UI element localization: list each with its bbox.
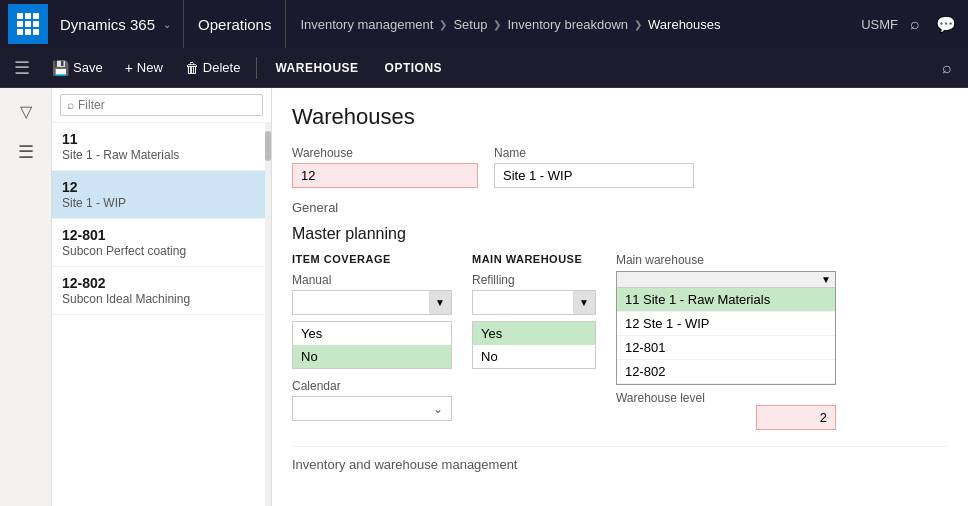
warehouse-label: Warehouse	[292, 146, 478, 160]
list-item-name: Subcon Ideal Machining	[62, 292, 261, 306]
list-item[interactable]: 11 Site 1 - Raw Materials	[52, 123, 271, 171]
page-title: Warehouses	[292, 104, 948, 130]
breadcrumb-sep-1: ❯	[493, 19, 501, 30]
breadcrumb-item-0[interactable]: Inventory management	[300, 17, 433, 32]
plus-icon: +	[125, 60, 133, 76]
breadcrumb-sep-2: ❯	[634, 19, 642, 30]
list-item-id: 11	[62, 131, 261, 147]
manual-yes-option[interactable]: Yes	[293, 322, 451, 345]
list-item-id: 12-802	[62, 275, 261, 291]
tab-warehouse[interactable]: WAREHOUSE	[263, 57, 370, 79]
breadcrumb-item-2[interactable]: Inventory breakdown	[507, 17, 628, 32]
warehouse-level-input[interactable]	[756, 405, 836, 430]
refilling-dropdown[interactable]: ▼	[472, 290, 596, 315]
filter-area: ⌕	[52, 88, 271, 123]
inventory-management-section: Inventory and warehouse management	[292, 446, 948, 472]
warehouse-dropdown: ▼ 11 Site 1 - Raw Materials 12 Ste 1 - W…	[616, 271, 836, 385]
new-button[interactable]: + New	[115, 56, 173, 80]
delete-button[interactable]: 🗑 Delete	[175, 56, 251, 80]
main-warehouse-label: MAIN WAREHOUSE	[472, 253, 596, 265]
refilling-yes-no-list: Yes No	[472, 321, 596, 369]
filter-input[interactable]	[78, 98, 256, 112]
master-planning-heading: Master planning	[292, 225, 948, 243]
toolbar: ☰ 💾 Save + New 🗑 Delete WAREHOUSE OPTION…	[0, 48, 968, 88]
calendar-field: Calendar ⌄	[292, 379, 452, 421]
manual-yes-no-list: Yes No	[292, 321, 452, 369]
warehouse-field: Warehouse	[292, 146, 478, 188]
calendar-input[interactable]	[293, 397, 425, 420]
trash-icon: 🗑	[185, 60, 199, 76]
list-item[interactable]: 12 Site 1 - WIP	[52, 171, 271, 219]
save-button[interactable]: 💾 Save	[42, 56, 113, 80]
manual-label: Manual	[292, 273, 452, 287]
name-field: Name	[494, 146, 694, 188]
manual-dropdown-arrow[interactable]: ▼	[429, 291, 451, 314]
tab-options[interactable]: OPTIONS	[373, 57, 455, 79]
brand-area[interactable]: Dynamics 365 ⌄	[48, 0, 184, 48]
breadcrumb-item-1[interactable]: Setup	[453, 17, 487, 32]
manual-no-option[interactable]: No	[293, 345, 451, 368]
calendar-label: Calendar	[292, 379, 452, 393]
refilling-no-option[interactable]: No	[473, 345, 595, 368]
toolbar-search-icon[interactable]: ⌕	[934, 55, 960, 81]
list-item-id: 12-801	[62, 227, 261, 243]
inventory-management-label: Inventory and warehouse management	[292, 457, 517, 472]
list-item[interactable]: 12-801 Subcon Perfect coating	[52, 219, 271, 267]
main-layout: ▽ ☰ ⌕ 11 Site 1 - Raw Materials 12 Site …	[0, 88, 968, 506]
breadcrumb-item-3[interactable]: Warehouses	[648, 17, 721, 32]
sidebar-icons: ▽ ☰	[0, 88, 52, 506]
comment-icon[interactable]: 💬	[932, 11, 960, 38]
list-item-name: Subcon Perfect coating	[62, 244, 261, 258]
search-nav-icon[interactable]: ⌕	[906, 11, 924, 37]
item-coverage-col: ITEM COVERAGE Manual ▼ Yes No	[292, 253, 452, 421]
item-coverage-label: ITEM COVERAGE	[292, 253, 452, 265]
filter-input-container[interactable]: ⌕	[60, 94, 263, 116]
calendar-chevron-icon[interactable]: ⌄	[425, 398, 451, 420]
waffle-button[interactable]	[8, 4, 48, 44]
manual-select[interactable]	[293, 291, 429, 314]
refilling-dropdown-arrow[interactable]: ▼	[573, 291, 595, 314]
warehouse-option-1[interactable]: 12 Ste 1 - WIP	[617, 312, 835, 336]
filter-icon[interactable]: ▽	[14, 96, 38, 127]
list-item-name: Site 1 - WIP	[62, 196, 261, 210]
breadcrumb-sep-0: ❯	[439, 19, 447, 30]
list-item-name: Site 1 - Raw Materials	[62, 148, 261, 162]
list-scroll: 11 Site 1 - Raw Materials 12 Site 1 - WI…	[52, 123, 271, 506]
brand-chevron-icon: ⌄	[163, 19, 171, 30]
main-warehouse-col: MAIN WAREHOUSE Refilling ▼ Yes No	[472, 253, 596, 369]
warehouse-name-row: Warehouse Name	[292, 146, 948, 188]
content-panel: Warehouses Warehouse Name General Master…	[272, 88, 968, 506]
refilling-yes-option[interactable]: Yes	[473, 322, 595, 345]
region-label: USMF	[861, 17, 898, 32]
refilling-select[interactable]	[473, 291, 573, 314]
warehouse-dropdown-arrow-icon[interactable]: ▼	[821, 274, 831, 285]
manual-field: Manual ▼	[292, 273, 452, 315]
refilling-field: Refilling ▼	[472, 273, 596, 315]
general-section-label: General	[292, 200, 948, 215]
main-warehouse-col-label: Main warehouse	[616, 253, 836, 267]
refilling-label: Refilling	[472, 273, 596, 287]
breadcrumb: Inventory management ❯ Setup ❯ Inventory…	[286, 17, 861, 32]
warehouse-input[interactable]	[292, 163, 478, 188]
list-item[interactable]: 12-802 Subcon Ideal Machining	[52, 267, 271, 315]
list-item-id: 12	[62, 179, 261, 195]
save-icon: 💾	[52, 60, 69, 76]
warehouse-dropdown-header: ▼	[617, 272, 835, 288]
warehouse-option-3[interactable]: 12-802	[617, 360, 835, 384]
warehouse-level-label: Warehouse level	[616, 391, 705, 405]
brand-name: Dynamics 365	[60, 16, 155, 33]
filter-search-icon: ⌕	[67, 98, 74, 112]
warehouse-option-2[interactable]: 12-801	[617, 336, 835, 360]
hamburger-icon[interactable]: ☰	[8, 51, 36, 85]
list-icon[interactable]: ☰	[12, 135, 40, 169]
calendar-input-container[interactable]: ⌄	[292, 396, 452, 421]
name-label: Name	[494, 146, 694, 160]
planning-grid: ITEM COVERAGE Manual ▼ Yes No	[292, 253, 948, 430]
top-nav: Dynamics 365 ⌄ Operations Inventory mana…	[0, 0, 968, 48]
app-name: Operations	[184, 0, 286, 48]
manual-dropdown[interactable]: ▼	[292, 290, 452, 315]
name-input[interactable]	[494, 163, 694, 188]
warehouse-option-0[interactable]: 11 Site 1 - Raw Materials	[617, 288, 835, 312]
list-panel: ⌕ 11 Site 1 - Raw Materials 12 Site 1 - …	[52, 88, 272, 506]
warehouse-select-col: Main warehouse ▼ 11 Site 1 - Raw Materia…	[616, 253, 836, 430]
